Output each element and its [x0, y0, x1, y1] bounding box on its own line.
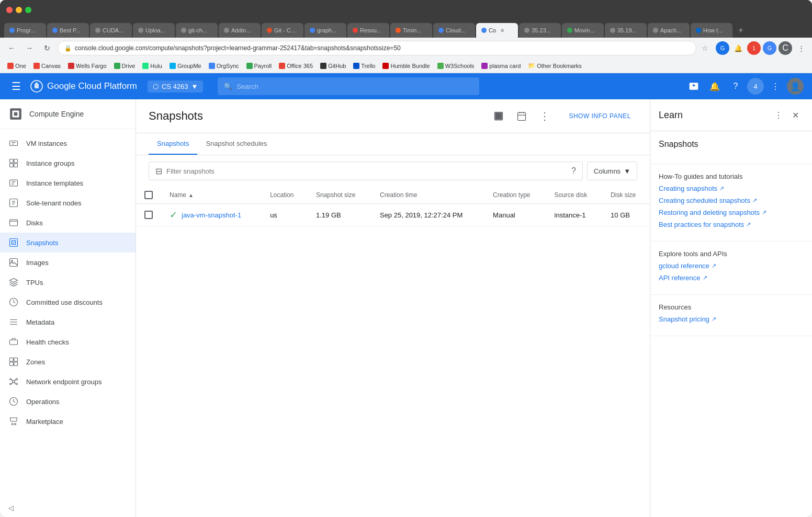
- more-menu-button[interactable]: ⋮: [794, 41, 808, 55]
- sidebar-item-zones[interactable]: Zones: [0, 352, 136, 372]
- hamburger-menu[interactable]: ☰: [8, 80, 24, 93]
- browser-tab[interactable]: 35.19...: [605, 23, 647, 38]
- select-all-checkbox[interactable]: [144, 191, 153, 199]
- browser-tab[interactable]: 35.23...: [519, 23, 561, 38]
- sidebar-item-committed-use[interactable]: Committed use discounts: [0, 292, 136, 312]
- tab-snapshots[interactable]: Snapshots: [149, 133, 197, 155]
- bookmark-plasma[interactable]: plasma card: [478, 62, 524, 70]
- sidebar-item-images[interactable]: Images: [0, 252, 136, 272]
- snapshot-pricing-link[interactable]: Snapshot pricing ↗: [659, 315, 804, 323]
- sidebar-item-snapshots[interactable]: Snapshots: [0, 233, 136, 252]
- bookmark-orgsync[interactable]: OrgSync: [206, 62, 242, 70]
- extension-icon-1[interactable]: G: [716, 41, 729, 55]
- sidebar-item-tpus[interactable]: TPUs: [0, 272, 136, 292]
- disk-size-header[interactable]: Disk size: [602, 187, 650, 204]
- browser-tab[interactable]: Addin...: [219, 23, 261, 38]
- sidebar-item-vm-instances[interactable]: VM instances: [0, 133, 136, 153]
- sidebar-item-metadata[interactable]: Metadata: [0, 312, 136, 332]
- bookmark-office365[interactable]: Office 365: [276, 62, 316, 70]
- creation-time-header[interactable]: Creation time: [371, 187, 484, 204]
- refresh-button[interactable]: ↻: [40, 41, 54, 55]
- browser-tab[interactable]: Apach...: [648, 23, 690, 38]
- browser-tab[interactable]: Resou...: [347, 23, 389, 38]
- notifications-button[interactable]: 🔔: [705, 77, 724, 96]
- browser-tab[interactable]: Cloud...: [433, 23, 475, 38]
- minimize-button[interactable]: [16, 7, 22, 13]
- select-all-header[interactable]: [136, 187, 161, 204]
- sidebar-collapse-button[interactable]: ◁: [0, 499, 136, 517]
- sidebar-item-instance-templates[interactable]: Instance templates: [0, 173, 136, 193]
- cloud-shell-button[interactable]: [684, 77, 703, 96]
- extension-icon-3[interactable]: 1: [747, 41, 761, 55]
- search-box[interactable]: 🔍 Search: [218, 77, 479, 95]
- browser-tab[interactable]: How t...: [691, 23, 732, 38]
- new-tab-button[interactable]: +: [734, 23, 748, 38]
- extension-icon-5[interactable]: C: [779, 41, 792, 55]
- gcloud-reference-link[interactable]: gcloud reference ↗: [659, 262, 804, 270]
- bookmark-drive[interactable]: Drive: [111, 62, 139, 70]
- extension-icon-2[interactable]: 🔔: [731, 41, 745, 55]
- location-header[interactable]: Location: [262, 187, 308, 204]
- creating-scheduled-snapshots-link[interactable]: Creating scheduled snapshots ↗: [659, 197, 804, 204]
- bookmark-other[interactable]: 📁 Other Bookmarks: [525, 61, 585, 70]
- filter-input[interactable]: [166, 167, 567, 175]
- bookmark-humble[interactable]: Humble Bundle: [379, 62, 433, 70]
- browser-tab[interactable]: git-ch...: [176, 23, 218, 38]
- user-avatar[interactable]: 👤: [787, 78, 804, 95]
- sidebar-item-network-groups[interactable]: Network endpoint groups: [0, 372, 136, 392]
- filter-input-container[interactable]: ⊟ ?: [149, 162, 583, 180]
- browser-tab[interactable]: Git - C...: [262, 23, 303, 38]
- sidebar-item-health-checks[interactable]: Health checks: [0, 332, 136, 352]
- panel-close-button[interactable]: ✕: [787, 107, 804, 123]
- close-button[interactable]: [6, 7, 13, 13]
- show-info-panel-button[interactable]: SHOW INFO PANEL: [562, 109, 637, 123]
- bookmark-groupme[interactable]: GroupMe: [166, 62, 205, 70]
- bookmark-trello[interactable]: Trello: [350, 62, 378, 70]
- bookmark-github[interactable]: GitHub: [317, 62, 349, 70]
- sidebar-item-disks[interactable]: Disks: [0, 213, 136, 233]
- sidebar-item-instance-groups[interactable]: Instance groups: [0, 153, 136, 173]
- browser-tab[interactable]: Timin...: [390, 23, 432, 38]
- name-header[interactable]: Name ▲: [161, 187, 262, 204]
- sidebar-item-operations[interactable]: Operations: [0, 392, 136, 411]
- schedule-button[interactable]: [512, 107, 531, 125]
- bookmark-payroll[interactable]: Payroll: [243, 62, 275, 70]
- browser-tab[interactable]: Uploa...: [133, 23, 175, 38]
- active-browser-tab[interactable]: Co✕: [476, 23, 518, 38]
- api-reference-link[interactable]: API reference ↗: [659, 274, 804, 282]
- filter-help-icon[interactable]: ?: [571, 166, 576, 176]
- columns-button[interactable]: Columns ▼: [587, 162, 637, 180]
- browser-tab[interactable]: Best P...: [47, 23, 89, 38]
- sidebar-item-sole-tenant[interactable]: Sole-tenant nodes: [0, 193, 136, 213]
- creating-snapshots-link[interactable]: Creating snapshots ↗: [659, 185, 804, 192]
- more-options-button[interactable]: ⋮: [766, 77, 785, 96]
- project-selector[interactable]: ⬡ CS 4263 ▼: [148, 81, 203, 93]
- row-checkbox[interactable]: [144, 211, 153, 219]
- forward-button[interactable]: →: [22, 41, 37, 55]
- bookmark-hulu[interactable]: Hulu: [139, 62, 165, 70]
- settings-button[interactable]: 4: [747, 78, 764, 95]
- row-checkbox-cell[interactable]: [136, 204, 161, 226]
- back-button[interactable]: ←: [4, 41, 19, 55]
- bookmark-one[interactable]: One: [4, 62, 29, 70]
- browser-tab[interactable]: Progr...: [4, 23, 46, 38]
- browser-tab[interactable]: graph...: [304, 23, 346, 38]
- browser-tab[interactable]: CUDA...: [90, 23, 132, 38]
- extension-icon-4[interactable]: G: [763, 41, 776, 55]
- panel-more-button[interactable]: ⋮: [770, 107, 787, 123]
- source-disk-header[interactable]: Source disk: [546, 187, 603, 204]
- address-bar[interactable]: 🔒 console.cloud.google.com/compute/snaps…: [58, 41, 696, 55]
- creation-type-header[interactable]: Creation type: [484, 187, 546, 204]
- snapshot-size-header[interactable]: Snapshot size: [308, 187, 371, 204]
- snapshot-name-link[interactable]: java-vm-snapshot-1: [182, 211, 241, 219]
- maximize-button[interactable]: [25, 7, 31, 13]
- bookmark-wellsfargo[interactable]: Wells Fargo: [65, 62, 109, 70]
- browser-tab[interactable]: Movin...: [562, 23, 604, 38]
- create-snapshot-button[interactable]: [489, 107, 508, 125]
- sidebar-item-marketplace[interactable]: Marketplace: [0, 411, 136, 431]
- help-button[interactable]: ?: [726, 77, 745, 96]
- best-practices-link[interactable]: Best practices for snapshots ↗: [659, 221, 804, 228]
- bookmark-star[interactable]: ☆: [700, 44, 710, 52]
- tab-snapshot-schedules[interactable]: Snapshot schedules: [197, 133, 275, 155]
- bookmark-w3schools[interactable]: W3Schools: [434, 62, 478, 70]
